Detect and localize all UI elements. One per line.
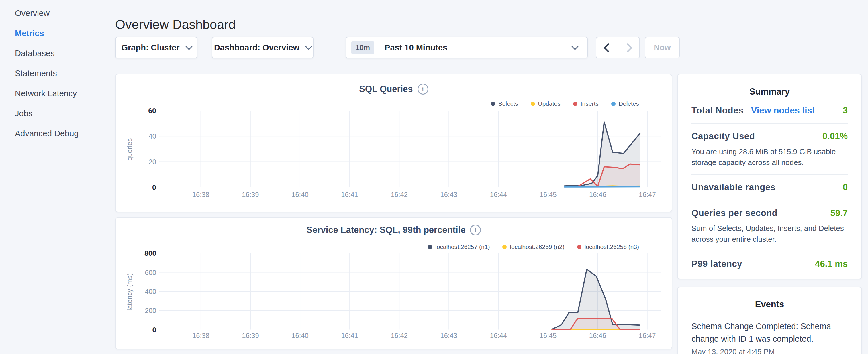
- svg-text:20: 20: [149, 158, 156, 165]
- sidebar-item-databases[interactable]: Databases: [15, 49, 115, 69]
- svg-text:16:40: 16:40: [291, 332, 309, 340]
- summary-row-value: 3: [843, 105, 848, 116]
- sidebar-item-jobs[interactable]: Jobs: [15, 109, 115, 129]
- sidebar-item-statements[interactable]: Statements: [15, 69, 115, 89]
- svg-text:16:45: 16:45: [539, 191, 557, 198]
- now-button[interactable]: Now: [645, 37, 680, 58]
- summary-row-capacity-used: Capacity Used 0.01% You are using 28.6 M…: [691, 131, 848, 168]
- event-item-text[interactable]: Schema Change Completed: Schema change w…: [691, 320, 848, 345]
- dashboard-label: Dashboard: Overview: [214, 43, 300, 53]
- dashboard-dropdown[interactable]: Dashboard: Overview: [212, 37, 313, 58]
- time-back-button[interactable]: [596, 37, 618, 58]
- summary-row-note: Sum of Selects, Updates, Inserts, and De…: [691, 223, 848, 245]
- sidebar-item-network-latency[interactable]: Network Latency: [15, 89, 115, 109]
- svg-text:16:42: 16:42: [391, 191, 408, 198]
- divider: [691, 123, 848, 124]
- service-latency-chart-canvas[interactable]: 16:3816:3916:4016:4116:4216:4316:4416:45…: [116, 218, 672, 349]
- graph-scope-label: Graph: Cluster: [121, 43, 179, 53]
- svg-text:16:43: 16:43: [440, 332, 458, 340]
- svg-text:16:39: 16:39: [242, 191, 259, 198]
- svg-text:16:38: 16:38: [192, 191, 210, 198]
- summary-row-queries-per-second: Queries per second 59.7 Sum of Selects, …: [691, 208, 848, 245]
- summary-row-value: 59.7: [831, 208, 848, 218]
- chevron-left-icon: [603, 43, 613, 53]
- svg-text:16:41: 16:41: [341, 332, 358, 340]
- summary-row-label: Queries per second: [691, 208, 777, 218]
- view-nodes-list-link[interactable]: View nodes list: [751, 105, 815, 116]
- page-title: Overview Dashboard: [115, 17, 236, 32]
- summary-row-p99-latency: P99 latency 46.1 ms: [691, 259, 848, 270]
- time-range-badge: 10m: [351, 41, 374, 55]
- chevron-down-icon: [571, 43, 578, 50]
- svg-text:16:38: 16:38: [192, 332, 210, 340]
- time-step-button-group: [596, 37, 640, 58]
- overview-dashboard-page: { "colors": { "accent_blue": "#2b7ce2", …: [0, 0, 868, 354]
- svg-text:400: 400: [145, 288, 156, 295]
- summary-row-note: You are using 28.6 MiB of 515.9 GiB usab…: [691, 146, 848, 168]
- divider: [691, 251, 848, 252]
- svg-text:16:47: 16:47: [639, 191, 656, 198]
- svg-text:600: 600: [145, 269, 156, 277]
- sidebar-item-overview[interactable]: Overview: [15, 9, 115, 29]
- chevron-down-icon: [185, 43, 192, 50]
- svg-text:16:41: 16:41: [341, 191, 358, 198]
- svg-text:0: 0: [152, 184, 156, 191]
- summary-row-label: Capacity Used: [691, 131, 755, 141]
- svg-text:800: 800: [145, 250, 156, 257]
- svg-text:16:46: 16:46: [589, 191, 607, 198]
- sidebar-item-metrics[interactable]: Metrics: [15, 29, 115, 49]
- svg-text:16:45: 16:45: [539, 332, 557, 340]
- svg-text:16:47: 16:47: [639, 332, 656, 340]
- event-item-timestamp: May 13, 2020 at 4:45 PM: [691, 347, 848, 354]
- chevron-down-icon: [306, 43, 312, 50]
- summary-row-value: 0: [843, 182, 848, 192]
- svg-text:16:44: 16:44: [490, 332, 507, 340]
- sidebar-item-advanced-debug[interactable]: Advanced Debug: [15, 129, 115, 149]
- events-panel: Events Schema Change Completed: Schema c…: [677, 287, 862, 354]
- time-range-dropdown[interactable]: 10m Past 10 Minutes: [346, 37, 588, 58]
- sql-queries-chart-canvas[interactable]: 16:3816:3916:4016:4116:4216:4316:4416:45…: [116, 74, 672, 212]
- toolbar-divider: [330, 37, 330, 58]
- svg-text:200: 200: [145, 307, 156, 315]
- svg-text:16:39: 16:39: [242, 332, 259, 340]
- svg-text:16:40: 16:40: [291, 191, 309, 198]
- svg-text:60: 60: [148, 107, 156, 115]
- summary-title: Summary: [691, 74, 848, 98]
- sidebar-nav: Overview Metrics Databases Statements Ne…: [0, 0, 115, 354]
- service-latency-chart-card: Service Latency: SQL, 99th percentile i …: [115, 217, 672, 349]
- svg-text:0: 0: [152, 326, 156, 334]
- summary-row-unavailable-ranges: Unavailable ranges 0: [691, 182, 848, 194]
- summary-row-label: Unavailable ranges: [691, 182, 775, 192]
- svg-text:16:42: 16:42: [391, 332, 408, 340]
- summary-row-value: 46.1 ms: [815, 259, 848, 269]
- summary-row-value: 0.01%: [823, 131, 848, 141]
- chevron-right-icon: [623, 43, 632, 53]
- summary-row-label: P99 latency: [691, 259, 742, 269]
- svg-text:16:43: 16:43: [440, 191, 458, 198]
- svg-text:16:46: 16:46: [589, 332, 607, 340]
- graph-scope-dropdown[interactable]: Graph: Cluster: [115, 37, 197, 58]
- time-range-label: Past 10 Minutes: [384, 43, 572, 53]
- svg-text:40: 40: [149, 132, 156, 140]
- events-title: Events: [691, 287, 848, 311]
- summary-row-label: Total Nodes: [691, 105, 744, 116]
- divider: [691, 174, 848, 175]
- divider: [691, 200, 848, 200]
- time-forward-button[interactable]: [618, 37, 639, 58]
- sql-queries-chart-card: SQL Queries i SelectsUpdatesInsertsDelet…: [115, 74, 672, 212]
- summary-panel: Summary Total Nodes View nodes list 3 Ca…: [677, 74, 862, 279]
- summary-row-total-nodes: Total Nodes View nodes list 3: [691, 105, 848, 117]
- svg-text:16:44: 16:44: [490, 191, 507, 198]
